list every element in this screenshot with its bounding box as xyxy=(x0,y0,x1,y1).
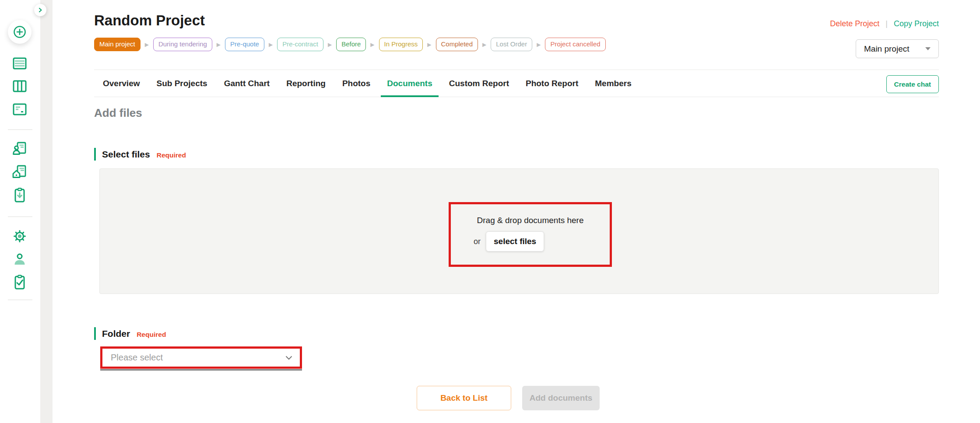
arrow-right-icon: ▶ xyxy=(145,42,149,48)
tab-overview[interactable]: Overview xyxy=(103,70,140,97)
select-files-section-header: Select files Required xyxy=(94,148,186,161)
plus-circle-icon xyxy=(12,24,27,39)
arrow-right-icon: ▶ xyxy=(328,42,332,48)
arrow-right-icon: ▶ xyxy=(370,42,374,48)
pipeline-badge[interactable]: Before xyxy=(336,38,366,51)
copy-project-link[interactable]: Copy Project xyxy=(894,19,939,28)
rows-list-icon[interactable] xyxy=(12,56,28,71)
project-select-dropdown[interactable]: Main project xyxy=(856,39,939,58)
folder-select-dropdown[interactable]: Please select xyxy=(100,346,302,369)
folder-select-underline xyxy=(100,369,302,371)
user-profile-icon[interactable] xyxy=(12,252,28,267)
pipeline-badge[interactable]: Main project xyxy=(94,38,141,51)
required-badge: Required xyxy=(157,151,186,159)
sidebar-divider xyxy=(8,300,32,300)
sidebar-divider xyxy=(8,129,32,130)
add-documents-button[interactable]: Add documents xyxy=(522,386,600,410)
dropzone-highlight-box: Drag & drop documents here or select fil… xyxy=(449,202,612,267)
create-chat-button[interactable]: Create chat xyxy=(886,75,939,93)
header-actions: Delete Project | Copy Project xyxy=(830,19,939,28)
select-files-button[interactable]: select files xyxy=(486,231,544,252)
delete-project-link[interactable]: Delete Project xyxy=(830,19,879,28)
tab-sub-projects[interactable]: Sub Projects xyxy=(157,70,207,97)
sidebar-divider xyxy=(8,217,32,217)
or-text: or xyxy=(474,237,481,246)
chevron-down-icon xyxy=(285,356,292,360)
pipeline-badge[interactable]: Completed xyxy=(436,38,478,51)
required-badge: Required xyxy=(137,331,166,339)
home-document-icon[interactable] xyxy=(12,164,28,180)
tab-photo-report[interactable]: Photo Report xyxy=(526,70,578,97)
pipeline-badge[interactable]: Lost Order xyxy=(491,38,532,51)
tab-documents[interactable]: Documents xyxy=(387,70,432,97)
pipeline: Main project▶During tendering▶Pre-quote▶… xyxy=(94,38,606,51)
tabs-list: OverviewSub ProjectsGantt ChartReporting… xyxy=(103,70,939,97)
back-to-list-button[interactable]: Back to List xyxy=(417,386,511,410)
arrow-right-icon: ▶ xyxy=(537,42,541,48)
sidebar xyxy=(0,0,40,423)
folder-select-placeholder: Please select xyxy=(111,353,163,363)
tab-photos[interactable]: Photos xyxy=(342,70,370,97)
arrow-right-icon: ▶ xyxy=(482,42,486,48)
page-title: Random Project xyxy=(94,12,205,29)
folder-section-header: Folder Required xyxy=(94,327,166,340)
caret-down-icon xyxy=(925,47,931,50)
clipboard-download-icon[interactable] xyxy=(12,188,28,203)
arrow-right-icon: ▶ xyxy=(217,42,221,48)
chevron-right-icon xyxy=(38,7,43,13)
sidebar-gutter xyxy=(40,0,53,423)
or-row: or select files xyxy=(474,231,544,252)
pipeline-badge[interactable]: Pre-quote xyxy=(225,38,264,51)
note-card-icon[interactable] xyxy=(12,101,28,117)
select-files-label: Select files xyxy=(102,149,150,160)
pipeline-badge[interactable]: Pre-contract xyxy=(277,38,323,51)
section-accent-bar xyxy=(94,148,96,161)
tab-members[interactable]: Members xyxy=(595,70,631,97)
tab-custom-report[interactable]: Custom Report xyxy=(449,70,509,97)
tab-gantt-chart[interactable]: Gantt Chart xyxy=(224,70,270,97)
pipeline-badge[interactable]: During tendering xyxy=(153,38,212,51)
tabs-bar: OverviewSub ProjectsGantt ChartReporting… xyxy=(94,70,939,97)
add-plus-button[interactable] xyxy=(8,20,32,44)
settings-gear-icon[interactable] xyxy=(12,228,28,244)
section-accent-bar xyxy=(94,327,96,340)
folder-label: Folder xyxy=(102,329,130,339)
pipeline-badge[interactable]: In Progress xyxy=(379,38,423,51)
separator: | xyxy=(885,19,888,28)
drop-hint-text: Drag & drop documents here xyxy=(451,216,610,225)
kanban-columns-icon[interactable] xyxy=(12,78,28,94)
arrow-right-icon: ▶ xyxy=(427,42,431,48)
person-document-icon[interactable] xyxy=(12,141,28,157)
project-select-value: Main project xyxy=(864,44,910,54)
arrow-right-icon: ▶ xyxy=(269,42,273,48)
clipboard-check-icon[interactable] xyxy=(12,275,28,290)
tab-reporting[interactable]: Reporting xyxy=(286,70,326,97)
sidebar-expand-button[interactable] xyxy=(34,4,46,16)
pipeline-badge[interactable]: Project cancelled xyxy=(545,38,605,51)
add-files-heading: Add files xyxy=(94,106,142,120)
